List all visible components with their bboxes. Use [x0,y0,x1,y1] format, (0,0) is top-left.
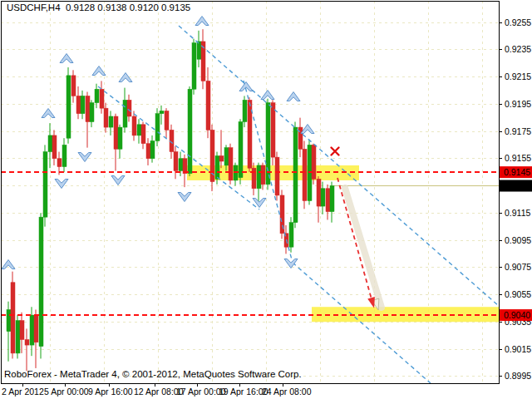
candle-body [137,125,141,135]
candle-body [43,152,47,218]
fractal-down-icon [78,153,91,162]
candle-body [95,89,99,102]
candle-body [326,189,330,212]
price-label: 0.9015 [505,344,531,354]
fractal-up-icon [195,17,209,26]
fractal-down-icon [111,176,125,185]
fractal-up-icon [42,109,55,118]
candle-body [303,149,307,200]
price-badge-label: 0.9040 [504,310,530,320]
candle-body [76,96,81,113]
candle-body [165,111,169,130]
candle-body [100,89,104,108]
candle-body [312,145,316,179]
candle-body [16,321,20,353]
candle-body [330,186,334,212]
candle-body [146,144,150,159]
candle-body [275,157,279,195]
candle-body [48,135,52,152]
candle-body [206,81,210,130]
candle-body [150,140,155,158]
price-label: 0.9235 [505,44,531,54]
candle-body [34,315,38,342]
candle-body [197,42,201,59]
candle-body [52,135,57,159]
price-badge-label: 0.9145 [504,167,530,177]
fractal-up-icon [60,54,73,63]
candle-body [179,159,183,171]
candle-body [66,76,71,138]
copyright-footer: RoboForex - MetaTrader 4, © 2001-2012, M… [4,369,302,379]
price-chart-canvas[interactable]: 0.92550.92350.92150.91950.91750.91550.91… [0,0,532,399]
candle-body [30,315,34,345]
candle-body [123,100,127,127]
candle-body [155,114,160,141]
candle-body [132,116,136,135]
candle-body [141,125,145,144]
chart-border [1,1,499,383]
candle-body [224,148,229,165]
candle-body [127,100,131,116]
time-label: 9 Apr 16:00 [88,387,133,397]
candle-body [234,165,238,180]
fractal-down-icon [55,180,68,189]
candle-body [229,148,233,180]
candle-body [243,100,247,121]
support-zone [312,307,499,322]
trendline [293,263,431,383]
candle-body [71,76,76,96]
candle-body [39,217,43,347]
candle-body [321,189,325,206]
forecast-arrow-line [337,178,373,305]
candle-body [62,145,66,166]
candle-body [11,283,15,353]
fractal-down-icon [284,259,298,268]
candle-body [109,116,113,127]
candle-body [57,159,62,167]
time-label: 24 Apr 08:00 [262,387,312,397]
candle-body [86,96,90,121]
candle-body [81,96,85,113]
candle-body [252,168,256,189]
candle-body [7,310,11,332]
candle-body [114,116,118,149]
candle-body [308,145,312,200]
candle-body [271,103,275,158]
candle-body [219,155,224,161]
price-label: 0.9155 [505,153,531,163]
price-label: 0.9255 [505,17,531,27]
candle-body [192,43,196,90]
candle-body [174,152,178,171]
price-label: 0.8995 [505,371,531,381]
price-label: 0.9055 [505,289,531,299]
candle-body [261,165,265,185]
candle-body [20,321,24,340]
price-label: 0.9195 [505,99,531,109]
candle-body [104,108,108,127]
fractal-up-icon [261,91,274,100]
candle-body [257,165,261,189]
candle-body [25,340,29,346]
candle-body [160,111,164,113]
candle-body [317,179,321,206]
time-label: 5 Apr 00:00 [44,387,89,397]
time-label: 19 Apr 16:00 [219,387,268,397]
candle-body [188,89,192,174]
forecast-arrow-shadow [345,188,382,308]
candle-body [293,127,298,223]
fractal-down-icon [178,193,191,202]
candle-body [90,103,94,122]
price-label: 0.9095 [505,235,531,245]
price-label: 0.9075 [505,262,531,272]
candle-body [289,223,293,247]
price-label: 0.9175 [505,126,531,136]
mt4-chart-window: 0.92550.92350.92150.91950.91750.91550.91… [0,0,532,399]
price-badge-label: 0.9135 [504,180,530,190]
candle-body [215,155,219,179]
price-label: 0.9215 [505,71,531,81]
forecast-arrowhead [367,297,375,308]
fractal-up-icon [301,125,314,134]
chart-title-ohlc: USDCHF,H4 0.9128 0.9138 0.9120 0.9135 [7,2,190,12]
price-label: 0.9115 [505,208,530,218]
fractal-up-icon [287,92,300,101]
